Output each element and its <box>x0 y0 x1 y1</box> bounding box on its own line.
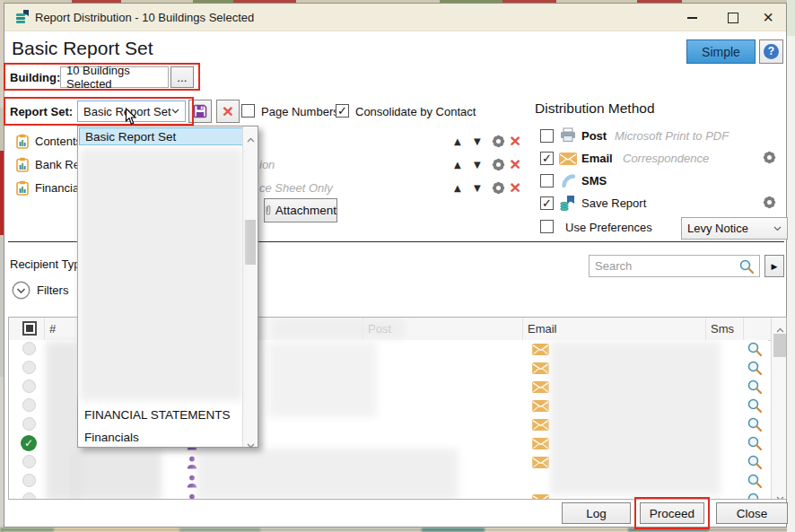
row-email-icon <box>532 493 549 500</box>
sms-checkbox[interactable] <box>540 174 554 188</box>
dropdown-item-basic-report-set[interactable]: Basic Report Set <box>79 127 243 145</box>
report-chart-icon <box>15 134 30 153</box>
report-item-settings-gear-icon[interactable] <box>491 134 505 148</box>
attachment-button[interactable]: Attachment <box>264 198 337 222</box>
log-button[interactable]: Log <box>562 502 631 524</box>
delete-report-set-button[interactable]: × <box>216 100 240 123</box>
close-button[interactable]: Close <box>716 502 788 524</box>
row-preview-magnifier-icon[interactable] <box>747 416 763 436</box>
report-item-settings-gear-icon[interactable] <box>491 180 505 195</box>
simple-button[interactable]: Simple <box>686 39 756 64</box>
window-title: Report Distribution - 10 Buildings Selec… <box>35 11 254 24</box>
row-preview-magnifier-icon[interactable] <box>747 454 763 474</box>
row-radio[interactable] <box>22 361 36 374</box>
email-settings-gear-icon[interactable] <box>762 150 776 164</box>
report-item-note: ce Sheet Only <box>259 181 333 195</box>
dropdown-item-financial-statements[interactable]: FINANCIAL STATEMENTS <box>79 406 243 424</box>
report-set-combobox[interactable]: Basic Report Set <box>77 100 186 122</box>
move-down-icon[interactable]: ▼ <box>474 160 481 170</box>
move-down-icon[interactable]: ▼ <box>474 183 481 193</box>
row-radio[interactable] <box>22 379 36 393</box>
distribution-method-title: Distribution Method <box>535 100 655 117</box>
page-title: Basic Report Set <box>12 38 153 59</box>
report-item-remove-icon[interactable]: × <box>510 134 520 148</box>
row-preview-magnifier-icon[interactable] <box>747 492 763 500</box>
column-header-sms[interactable]: Sms <box>711 322 734 336</box>
use-preferences-label: Use Preferences <box>565 221 652 234</box>
report-item-remove-icon[interactable]: × <box>510 157 520 171</box>
row-email-icon <box>532 362 549 378</box>
save-report-settings-gear-icon[interactable] <box>762 195 776 209</box>
row-radio[interactable] <box>22 455 36 468</box>
chevron-down-icon <box>171 109 179 114</box>
row-selected-check-icon[interactable]: ✓ <box>21 435 37 451</box>
preference-value: Levy Notice <box>687 222 748 235</box>
row-preview-magnifier-icon[interactable] <box>747 397 763 417</box>
maximize-button[interactable] <box>713 4 753 31</box>
help-button[interactable]: ? <box>759 39 783 64</box>
consolidate-label: Consolidate by Contact <box>355 105 476 118</box>
row-radio[interactable] <box>22 493 36 500</box>
email-checkbox[interactable]: ✓ <box>540 152 554 165</box>
save-report-checkbox[interactable]: ✓ <box>540 196 554 210</box>
column-header-number[interactable]: # <box>49 322 56 336</box>
report-set-label: Report Set: <box>10 105 73 118</box>
move-up-icon[interactable]: ▲ <box>454 160 461 170</box>
printer-icon <box>560 127 576 146</box>
save-report-set-button[interactable] <box>188 100 212 123</box>
building-field[interactable]: 10 Buildings Selected <box>60 66 169 88</box>
blurred-details-block <box>197 449 459 500</box>
row-radio[interactable] <box>22 417 36 431</box>
blurred-header-cell <box>273 319 405 338</box>
desktop-edge-bottom <box>0 528 795 532</box>
move-up-icon[interactable]: ▲ <box>454 183 461 193</box>
report-item-note: ion <box>259 158 275 171</box>
proceed-button[interactable]: Proceed <box>640 502 704 524</box>
sms-label: SMS <box>581 174 607 188</box>
page-numbers-checkbox[interactable] <box>241 104 255 118</box>
filters-label[interactable]: Filters <box>37 283 68 297</box>
report-item-remove-icon[interactable]: × <box>510 180 520 195</box>
row-preview-magnifier-icon[interactable] <box>747 360 763 379</box>
report-item-settings-gear-icon[interactable] <box>491 157 505 171</box>
recipient-type-label: Recipient Typ <box>10 257 81 271</box>
email-envelope-icon <box>559 153 577 169</box>
expand-search-button[interactable]: ▶ <box>764 255 784 277</box>
blurred-email-column <box>550 341 721 495</box>
row-radio[interactable] <box>22 474 36 487</box>
building-browse-button[interactable]: ... <box>170 66 194 88</box>
move-down-icon[interactable]: ▼ <box>474 136 481 146</box>
building-label: Building: <box>10 71 60 84</box>
move-up-icon[interactable]: ▲ <box>454 136 461 146</box>
row-preview-magnifier-icon[interactable] <box>747 379 763 398</box>
filters-expand-icon[interactable] <box>12 281 31 303</box>
scrollbar-thumb[interactable] <box>245 220 256 265</box>
scroll-up-icon[interactable] <box>243 130 258 146</box>
table-vertical-scrollbar[interactable] <box>771 318 787 500</box>
row-email-icon <box>532 456 549 472</box>
dropdown-item-financials[interactable]: Financials <box>79 429 243 447</box>
consolidate-checkbox[interactable]: ✓ <box>336 104 349 118</box>
paperclip-icon <box>265 203 272 218</box>
phone-icon <box>561 173 576 192</box>
close-window-button[interactable]: × <box>748 4 788 31</box>
scroll-down-icon[interactable] <box>772 489 787 500</box>
row-email-icon <box>532 437 549 453</box>
row-radio[interactable] <box>22 342 36 355</box>
select-all-checkbox[interactable] <box>22 321 37 336</box>
use-preferences-checkbox[interactable] <box>540 220 554 233</box>
row-email-icon <box>532 343 549 359</box>
minimize-button[interactable] <box>672 4 712 31</box>
row-preview-magnifier-icon[interactable] <box>747 435 763 455</box>
search-input[interactable] <box>589 255 760 277</box>
row-radio[interactable] <box>22 398 36 412</box>
post-checkbox[interactable] <box>540 129 554 143</box>
report-chart-icon <box>15 180 30 199</box>
scrollbar-thumb[interactable] <box>773 334 786 357</box>
scroll-down-icon[interactable] <box>243 436 258 452</box>
row-preview-magnifier-icon[interactable] <box>747 473 763 493</box>
preference-select[interactable]: Levy Notice <box>681 217 788 240</box>
column-header-email[interactable]: Email <box>528 322 557 336</box>
row-preview-magnifier-icon[interactable] <box>747 341 763 361</box>
dropdown-scrollbar[interactable] <box>242 126 258 447</box>
